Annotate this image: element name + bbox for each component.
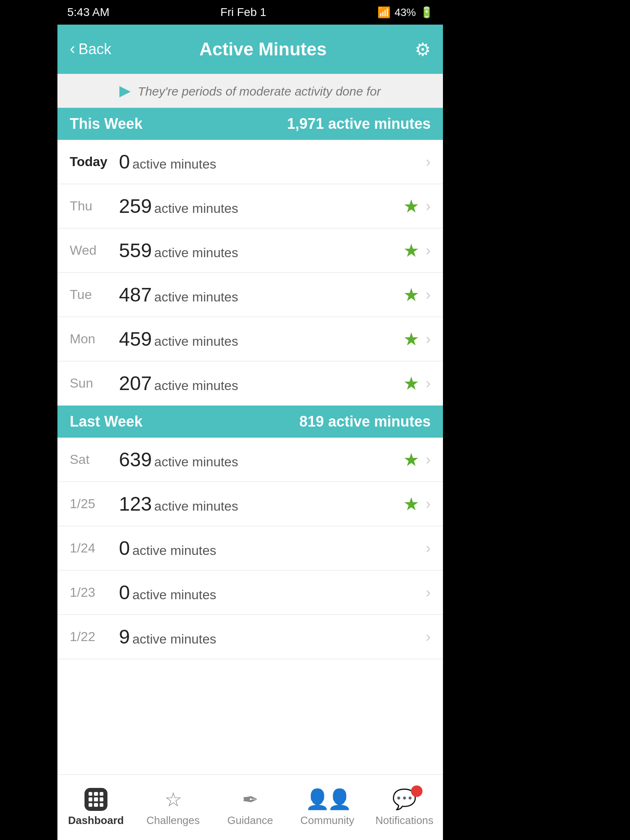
status-time: 5:43 AM xyxy=(67,6,110,19)
info-banner: ▶ They're periods of moderate activity d… xyxy=(57,74,443,108)
nav-item-challenges[interactable]: ☆ Challenges xyxy=(135,775,212,840)
table-row[interactable]: Sun 207active minutes ★ › xyxy=(57,361,443,406)
day-label-today: Today xyxy=(70,154,119,169)
table-row[interactable]: Today 0active minutes › xyxy=(57,140,443,184)
community-icon: 👤👤 xyxy=(305,788,349,811)
nav-item-community[interactable]: 👤👤 Community xyxy=(289,775,366,840)
day-minutes: 123active minutes xyxy=(119,493,403,515)
status-bar: 5:43 AM Fri Feb 1 📶 43% 🔋 xyxy=(57,0,443,25)
chevron-right-icon: › xyxy=(426,451,431,468)
table-row[interactable]: 1/23 0active minutes › xyxy=(57,571,443,615)
wifi-icon: 📶 xyxy=(377,6,390,19)
star-icon: ★ xyxy=(403,373,419,394)
last-week-header: Last Week 819 active minutes xyxy=(57,406,443,438)
chevron-right-icon: › xyxy=(426,198,431,215)
chevron-right-icon: › xyxy=(426,375,431,392)
star-icon: ★ xyxy=(403,329,419,349)
table-row[interactable]: Wed 559active minutes ★ › xyxy=(57,228,443,273)
nav-label-challenges: Challenges xyxy=(146,814,200,827)
table-row[interactable]: Mon 459active minutes ★ › xyxy=(57,317,443,361)
day-minutes: 639active minutes xyxy=(119,448,403,471)
day-minutes: 459active minutes xyxy=(119,328,403,350)
main-content: This Week 1,971 active minutes Today 0ac… xyxy=(57,108,443,774)
star-icon: ★ xyxy=(403,449,419,470)
chevron-right-icon: › xyxy=(426,628,431,646)
day-minutes: 259active minutes xyxy=(119,195,403,217)
chevron-right-icon: › xyxy=(426,584,431,601)
day-label: Sun xyxy=(70,376,119,391)
notifications-icon: 💬 xyxy=(392,788,417,811)
nav-item-notifications[interactable]: 💬 Notifications xyxy=(366,775,443,840)
this-week-total: 1,971 active minutes xyxy=(287,115,431,132)
table-row[interactable]: Tue 487active minutes ★ › xyxy=(57,273,443,317)
challenges-icon: ☆ xyxy=(164,788,182,811)
table-row[interactable]: 1/24 0active minutes › xyxy=(57,526,443,571)
guidance-icon: ✒ xyxy=(242,788,258,811)
day-minutes: 559active minutes xyxy=(119,239,403,262)
star-icon: ★ xyxy=(403,196,419,217)
nav-item-dashboard[interactable]: Dashboard xyxy=(57,775,135,840)
last-week-total: 819 active minutes xyxy=(299,413,431,430)
chevron-right-icon: › xyxy=(426,286,431,304)
day-label: Wed xyxy=(70,243,119,258)
status-date: Fri Feb 1 xyxy=(220,6,266,19)
nav-label-notifications: Notifications xyxy=(375,814,434,827)
table-row[interactable]: Thu 259active minutes ★ › xyxy=(57,184,443,228)
settings-gear-icon[interactable]: ⚙ xyxy=(415,39,431,60)
chevron-right-icon: › xyxy=(426,540,431,557)
star-icon: ★ xyxy=(403,240,419,261)
chevron-right-icon: › xyxy=(426,153,431,171)
day-label: Sat xyxy=(70,452,119,467)
day-minutes: 0active minutes xyxy=(119,537,426,559)
nav-label-community: Community xyxy=(300,814,354,827)
day-label: Thu xyxy=(70,199,119,214)
page-title: Active Minutes xyxy=(199,39,327,59)
star-icon: ★ xyxy=(403,493,419,514)
day-minutes: 207active minutes xyxy=(119,372,403,395)
page-header: ‹ Back Active Minutes ⚙ xyxy=(57,25,443,74)
nav-item-guidance[interactable]: ✒ Guidance xyxy=(212,775,289,840)
day-minutes: 9active minutes xyxy=(119,625,426,648)
this-week-label: This Week xyxy=(70,115,142,132)
battery-icon: 🔋 xyxy=(420,6,433,19)
back-chevron-icon: ‹ xyxy=(70,39,75,58)
back-button[interactable]: ‹ Back xyxy=(70,41,111,58)
nav-label-guidance: Guidance xyxy=(227,814,273,827)
table-row[interactable]: 1/25 123active minutes ★ › xyxy=(57,482,443,526)
chevron-right-icon: › xyxy=(426,495,431,513)
day-label: 1/23 xyxy=(70,585,119,600)
day-minutes-today: 0active minutes xyxy=(119,151,426,173)
day-label: Tue xyxy=(70,287,119,302)
notification-badge xyxy=(411,785,422,797)
day-label: 1/25 xyxy=(70,496,119,511)
day-label: Mon xyxy=(70,331,119,347)
chevron-right-icon: › xyxy=(426,331,431,348)
battery-text: 43% xyxy=(395,6,416,19)
nav-label-dashboard: Dashboard xyxy=(68,814,124,827)
day-minutes: 487active minutes xyxy=(119,283,403,306)
info-banner-text: They're periods of moderate activity don… xyxy=(138,84,381,98)
info-arrow-icon: ▶ xyxy=(119,82,131,99)
day-minutes: 0active minutes xyxy=(119,581,426,604)
status-right: 📶 43% 🔋 xyxy=(377,6,433,19)
last-week-label: Last Week xyxy=(70,413,142,430)
dashboard-icon xyxy=(84,788,107,811)
back-label: Back xyxy=(78,41,111,58)
chevron-right-icon: › xyxy=(426,242,431,259)
star-icon: ★ xyxy=(403,284,419,305)
day-label: 1/24 xyxy=(70,541,119,556)
bottom-navigation: Dashboard ☆ Challenges ✒ Guidance 👤👤 Com… xyxy=(57,774,443,840)
table-row[interactable]: Sat 639active minutes ★ › xyxy=(57,438,443,482)
table-row[interactable]: 1/22 9active minutes › xyxy=(57,615,443,659)
this-week-header: This Week 1,971 active minutes xyxy=(57,108,443,140)
day-label: 1/22 xyxy=(70,629,119,644)
